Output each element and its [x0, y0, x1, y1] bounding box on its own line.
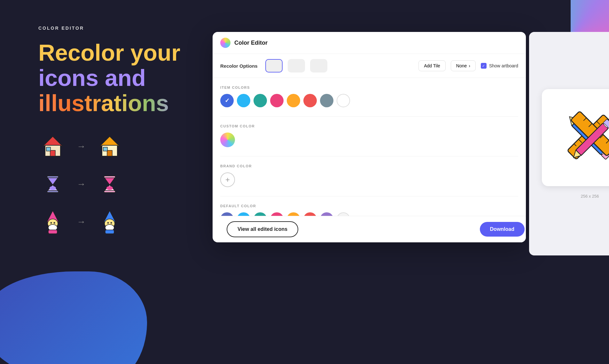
bottom-bar: View all edited icons Download	[219, 216, 526, 242]
item-color-gray[interactable]	[320, 94, 333, 107]
item-color-white[interactable]	[337, 94, 350, 107]
brand-color-title: BRAND COLOR	[220, 164, 518, 168]
divider-2	[220, 156, 518, 156]
svg-point-24	[107, 222, 109, 224]
svg-rect-8	[47, 176, 59, 178]
download-button[interactable]: Download	[480, 222, 525, 237]
svg-rect-6	[107, 150, 112, 156]
hourglass-original-icon	[38, 170, 67, 199]
arrow-icon-3: →	[77, 217, 86, 227]
item-color-orange[interactable]	[287, 94, 300, 107]
item-color-pink[interactable]	[270, 94, 284, 107]
svg-point-25	[111, 222, 112, 224]
preview-icon-container	[542, 89, 609, 186]
house-pair: →	[38, 132, 185, 161]
svg-point-18	[51, 222, 52, 224]
hourglass-pair: →	[38, 170, 185, 199]
gnome-pair: →	[38, 208, 185, 236]
color-option-2-button[interactable]	[288, 59, 305, 72]
svg-rect-9	[47, 191, 59, 193]
color-option-1-button[interactable]	[265, 59, 283, 72]
svg-point-13	[106, 186, 113, 190]
app-logo	[220, 38, 230, 48]
svg-rect-3	[46, 147, 51, 151]
divider-3	[220, 196, 518, 196]
svg-rect-17	[48, 230, 57, 234]
svg-marker-4	[100, 136, 119, 146]
svg-point-10	[50, 186, 56, 190]
left-panel: COLOR EDITOR Recolor your icons and illu…	[0, 0, 211, 364]
svg-point-19	[54, 222, 55, 224]
svg-rect-2	[50, 150, 55, 156]
color-editor-window: Color Editor Recolor Options	[213, 32, 526, 242]
show-artboard-checkbox[interactable]	[481, 63, 487, 69]
hero-line2: icons and	[38, 65, 185, 91]
toolbar: Recolor Options Add Tile	[213, 54, 526, 78]
add-brand-color-button[interactable]: +	[220, 172, 235, 187]
gnome-recolored-icon	[95, 208, 124, 236]
arrow-icon: →	[77, 141, 86, 152]
hero-line1: Recolor your	[38, 40, 185, 65]
arrow-icon-2: →	[77, 179, 86, 189]
none-button[interactable]: None ›	[451, 60, 476, 71]
custom-color-picker[interactable]	[220, 133, 235, 147]
divider-1	[220, 116, 518, 117]
custom-color-title: CUSTOM COLOR	[220, 124, 518, 128]
item-color-green[interactable]	[254, 94, 267, 107]
item-colors-title: ITEM COLORS	[220, 86, 518, 89]
svg-rect-23	[105, 230, 114, 234]
gnome-after-svg	[97, 209, 122, 235]
house-after-svg	[97, 134, 122, 159]
default-color-title: DEFAULT COLOR	[220, 204, 518, 208]
preview-panel: 256 x 256	[529, 32, 609, 255]
hourglass-after-svg	[97, 171, 122, 197]
hourglass-before-svg	[40, 171, 66, 197]
left-panel-label: COLOR EDITOR	[38, 26, 185, 31]
gnome-original-icon	[38, 208, 67, 236]
chevron-right-icon: ›	[469, 63, 470, 68]
hero-title: Recolor your icons and illustrations	[38, 40, 185, 116]
right-panel: Color Editor Recolor Options	[206, 0, 609, 364]
item-color-red[interactable]	[303, 94, 317, 107]
custom-color-row	[220, 133, 518, 147]
hero-line3: illustrations	[38, 91, 185, 116]
item-colors-row	[220, 94, 518, 107]
svg-rect-12	[104, 191, 115, 193]
window-title: Color Editor	[234, 40, 268, 46]
house-before-svg	[40, 134, 66, 159]
svg-marker-0	[43, 136, 62, 146]
preview-size: 256 x 256	[581, 194, 599, 199]
window-header: Color Editor	[213, 32, 526, 54]
add-tile-button[interactable]: Add Tile	[418, 60, 446, 71]
preview-icon-svg	[551, 99, 609, 175]
color-option-3-button[interactable]	[310, 59, 327, 72]
hourglass-recolored-icon	[95, 170, 124, 199]
brand-color-row: +	[220, 172, 518, 187]
svg-rect-11	[104, 176, 115, 178]
house-recolored-icon	[95, 132, 124, 161]
none-label: None	[456, 63, 467, 68]
view-all-button[interactable]: View all edited icons	[227, 221, 298, 237]
gnome-before-svg	[40, 209, 66, 235]
show-artboard-label: Show artboard	[489, 63, 518, 68]
svg-rect-7	[103, 147, 107, 151]
icon-pairs: →	[38, 132, 185, 236]
item-color-blue-dark[interactable]	[220, 94, 234, 107]
house-original-icon	[38, 132, 67, 161]
show-artboard-toggle[interactable]: Show artboard	[481, 63, 518, 69]
item-color-cyan[interactable]	[237, 94, 250, 107]
recolor-options-label: Recolor Options	[220, 63, 258, 69]
